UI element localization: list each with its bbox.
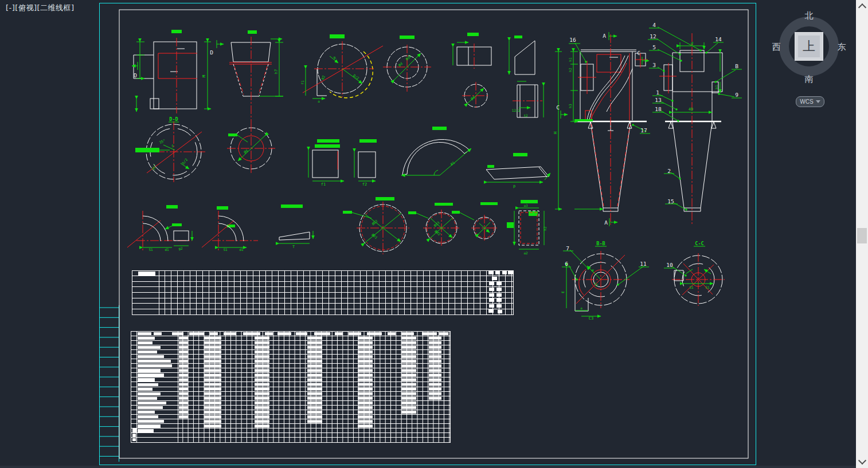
dim-h1: h1	[568, 57, 572, 62]
view-ring-plate-medium: Ød3 Ød2	[408, 203, 460, 246]
section-letter-d-right: D	[210, 49, 213, 56]
section-letter-c-left: C	[556, 104, 560, 111]
callout-9: 9	[735, 92, 738, 98]
view-volute: D/2 R R2 f1 a	[300, 34, 383, 103]
window-bottom-edge	[0, 466, 856, 468]
view-arc-bracket-1: S1 d1 g2	[127, 205, 192, 252]
dim-a: a	[318, 99, 320, 103]
dim-h3: h3	[568, 104, 572, 108]
view-wedge: T	[279, 204, 313, 249]
dim-p: p	[513, 184, 515, 188]
dim-h7: h7	[274, 69, 279, 74]
callout-12: 12	[650, 33, 656, 40]
dim-od1-large: ØD1	[371, 233, 378, 240]
section-letter-b: B	[735, 63, 738, 69]
callout-3: 3	[652, 62, 656, 68]
view-arc-bracket-2: S1 d1	[202, 206, 258, 252]
dim-4d: 4D	[689, 107, 693, 112]
callout-18: 18	[655, 106, 662, 112]
dim-d: d	[691, 41, 693, 46]
dim-f2-plate: f2	[362, 182, 367, 187]
dim-s1-b2: S1	[223, 247, 228, 251]
viewcube-west[interactable]: 西	[769, 42, 783, 53]
dim-s1-cc2: S1	[705, 285, 710, 289]
dim-t2: t2	[523, 113, 528, 117]
wcs-label: WCS	[800, 99, 813, 105]
callout-14: 14	[715, 36, 722, 42]
dim-a2: a2	[523, 251, 528, 255]
dim-od2: Ød2	[405, 54, 412, 61]
dim-e: E	[561, 291, 565, 293]
dim-t: T	[292, 245, 295, 249]
viewcube-top-label: 上	[798, 36, 820, 57]
section-letter-d-left: D	[134, 72, 137, 78]
callout-15: 15	[667, 198, 674, 204]
wcs-button[interactable]: WCS	[796, 96, 824, 107]
dim-s1-cc1: S1	[689, 285, 694, 289]
view-ring-plate-large: ØD2 ØD1	[343, 197, 409, 254]
dim-f1-plate: f1	[321, 182, 326, 187]
drawing-canvas[interactable]: D D M h7 D/2 R	[0, 0, 868, 468]
view-stepped-plate: D D M	[132, 30, 224, 113]
dim-35deg-1: 35°	[159, 138, 166, 144]
dim-r2: R2	[320, 75, 326, 80]
section-letter-a-top: A	[603, 33, 606, 39]
dim-b1: b1	[714, 85, 718, 89]
table-parameters	[131, 331, 450, 442]
callout-5: 5	[652, 44, 656, 50]
view-dashed-rect: a3 a2 h2	[507, 200, 547, 255]
dim-od2-med: Ød2	[434, 229, 441, 237]
cad-application-window: [-][俯视][二维线框]	[0, 0, 868, 468]
viewcube-north[interactable]: 北	[802, 10, 816, 21]
callout-10: 10	[666, 262, 673, 268]
dim-s: S	[171, 144, 174, 148]
section-letter-c-right: C	[637, 50, 640, 56]
section-label-cc: C-C	[695, 241, 703, 246]
dim-od-bore: Ød	[243, 148, 248, 154]
callout-4: 4	[652, 22, 656, 28]
dim-m: M	[202, 75, 206, 77]
dim-c3: C3	[589, 316, 593, 321]
vertical-scrollbar[interactable]	[856, 0, 868, 468]
dim-od: Ød	[397, 61, 403, 67]
view-small-plate	[453, 33, 491, 69]
dim-s1-b1: S1	[148, 247, 153, 251]
dim-12-2: 12/2	[512, 108, 521, 112]
dim-h2: h2	[568, 68, 572, 72]
dim-g2: g2	[178, 246, 183, 251]
callout-2: 2	[667, 168, 671, 174]
section-letter-a-bottom: A	[604, 219, 608, 226]
view-skew-plate: p	[486, 153, 550, 188]
callout-16: 16	[569, 37, 576, 43]
dim-r1: R1	[449, 160, 455, 166]
view-small-disc: Ød	[462, 82, 490, 109]
viewcube-south[interactable]: 南	[802, 74, 816, 85]
section-label-dd: D-D	[169, 116, 178, 122]
view-disc-bore: Ød	[227, 123, 275, 174]
view-section-cc: C-C 10 S1 S1	[664, 241, 725, 306]
scroll-up-icon[interactable]	[858, 3, 866, 11]
viewcube-east[interactable]: 东	[835, 42, 849, 53]
scrollbar-thumb[interactable]	[857, 228, 867, 243]
view-ring: Ød Ød2	[383, 36, 431, 92]
callout-7: 7	[566, 245, 569, 251]
view-plates-f1-f2: f1 f2	[308, 139, 377, 187]
callout-17: 17	[640, 127, 647, 133]
table-parameters-col1-blobs	[132, 337, 172, 441]
viewcube-top-face[interactable]: 上	[795, 32, 823, 61]
view-cyclone-front: A C C A 16 17 h1 h2 h3 H	[553, 32, 650, 226]
view-cyclone-side: 4 12 5 3 14 B 9 1 13 18 2 15 d 4D b1	[648, 22, 742, 225]
dim-h2-rect: h2	[543, 226, 547, 231]
view-section-dd: D-D 35° S D/2 35°	[135, 116, 205, 182]
callout-6: 6	[565, 261, 568, 267]
dim-a3: a3	[523, 203, 528, 207]
view-sector: R1	[401, 127, 471, 175]
dim-dhalf-dd: D/2	[181, 158, 189, 165]
callout-1: 1	[656, 89, 659, 96]
section-label-bb: B-B	[596, 241, 605, 246]
dim-35deg-2: 35°	[151, 164, 157, 171]
dim-dhalf: D/2	[353, 73, 360, 80]
scroll-down-icon[interactable]	[858, 457, 866, 465]
dim-f1: f1	[300, 80, 304, 85]
dim-a-bb: a	[580, 306, 582, 310]
